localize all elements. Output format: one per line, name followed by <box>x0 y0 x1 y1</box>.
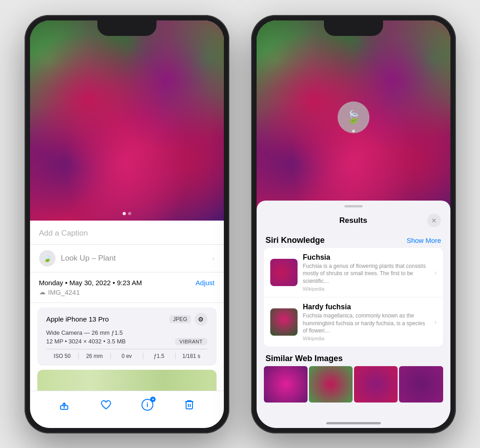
caption-placeholder: Add a Caption <box>39 229 215 238</box>
dot-2 <box>128 212 131 215</box>
exif-ev: 0 ev <box>111 353 143 359</box>
fuchsia-content: Fuchsia Fuchsia is a genus of flowering … <box>303 253 429 292</box>
home-indicator-2 <box>326 422 381 424</box>
cloud-icon: ☁ <box>39 288 45 296</box>
dot-1 <box>122 212 126 215</box>
fuchsia-source: Wikipedia <box>303 286 429 292</box>
similar-image-3[interactable] <box>354 366 398 403</box>
fuchsia-chevron-icon: › <box>435 269 437 276</box>
hardy-content: Hardy fuchsia Fuchsia magellanica, commo… <box>303 303 429 341</box>
exif-aperture: ƒ1.5 <box>143 353 176 359</box>
siri-button[interactable]: 🍃 <box>338 101 369 133</box>
fuchsia-thumbnail <box>270 259 298 286</box>
toolbar: i ✦ <box>30 391 224 428</box>
exif-shutter: 1/181 s <box>176 353 207 359</box>
lookup-icon: 🍃 <box>39 250 56 267</box>
delete-button[interactable] <box>182 398 197 412</box>
phone-1-screen: Add a Caption 🍃 Look Up – Plant › Monday… <box>30 20 224 428</box>
hardy-thumb-bg <box>270 308 298 336</box>
knowledge-card: Fuchsia Fuchsia is a genus of flowering … <box>264 248 443 347</box>
siri-knowledge-title: Siri Knowledge <box>266 236 325 245</box>
flower-image <box>30 20 224 221</box>
info-section: Monday • May 30, 2022 • 9:23 AM Adjust ☁… <box>30 272 224 303</box>
phone-1: Add a Caption 🍃 Look Up – Plant › Monday… <box>25 15 229 433</box>
close-button[interactable]: ✕ <box>427 214 441 227</box>
svg-text:i: i <box>147 401 148 408</box>
page-indicator <box>122 212 131 215</box>
siri-leaf-icon: 🍃 <box>345 110 361 125</box>
similar-image-1[interactable] <box>264 366 308 403</box>
siri-knowledge-header: Siri Knowledge Show More <box>257 232 450 248</box>
lookup-row[interactable]: 🍃 Look Up – Plant › <box>30 245 224 272</box>
svg-rect-3 <box>186 402 192 409</box>
vibrant-badge: VIBRANT <box>175 338 207 345</box>
knowledge-item-fuchsia[interactable]: Fuchsia Fuchsia is a genus of flowering … <box>264 248 443 297</box>
adjust-button[interactable]: Adjust <box>196 279 215 287</box>
similar-header: Similar Web Images <box>257 350 450 366</box>
favorite-button[interactable] <box>99 398 113 412</box>
siri-dot <box>352 130 355 132</box>
hardy-thumbnail <box>270 308 298 336</box>
exif-row: ISO 50 26 mm 0 ev ƒ1.5 1/181 s <box>46 349 207 359</box>
chevron-icon: › <box>212 255 215 262</box>
fuchsia-title: Fuchsia <box>303 253 429 262</box>
info-button[interactable]: i ✦ <box>140 398 155 412</box>
results-sheet: Results ✕ Siri Knowledge Show More <box>257 201 450 428</box>
hardy-source: Wikipedia <box>303 336 429 341</box>
photo-area <box>30 20 224 221</box>
date-text: Monday • May 30, 2022 • 9:23 AM <box>39 279 142 287</box>
similar-title: Similar Web Images <box>266 354 441 363</box>
mp-specs: 12 MP • 3024 × 4032 • 3.5 MB <box>46 338 126 345</box>
sheet-title: Results <box>339 216 367 225</box>
exif-iso: ISO 50 <box>46 353 79 359</box>
phone-2-screen: 🍃 Results ✕ Siri Knowledge Show More <box>257 20 450 428</box>
gear-icon[interactable]: ⚙ <box>195 313 207 326</box>
show-more-button[interactable]: Show More <box>407 237 441 244</box>
photo2-area: 🍃 <box>257 20 450 221</box>
lookup-label: Look Up – Plant <box>61 254 116 263</box>
notch-2 <box>324 20 383 36</box>
hardy-title: Hardy fuchsia <box>303 303 429 311</box>
sheet-header: Results ✕ <box>257 207 450 232</box>
camera-specs: Wide Camera — 26 mm ƒ1.5 <box>46 329 207 336</box>
phone-2: 🍃 Results ✕ Siri Knowledge Show More <box>251 15 456 433</box>
fuchsia-thumb-bg <box>270 259 298 286</box>
info-badge: ✦ <box>150 397 156 402</box>
notch <box>97 20 157 36</box>
device-name: Apple iPhone 13 Pro <box>46 315 109 323</box>
fuchsia-desc: Fuchsia is a genus of flowering plants t… <box>303 262 429 285</box>
filename: IMG_4241 <box>48 288 80 296</box>
similar-image-2[interactable] <box>309 366 353 403</box>
share-button[interactable] <box>57 398 71 412</box>
jpeg-badge: JPEG <box>169 315 191 323</box>
hardy-desc: Fuchsia magellanica, commonly known as t… <box>303 312 429 335</box>
similar-image-4[interactable] <box>399 366 443 403</box>
hardy-chevron-icon: › <box>435 318 437 326</box>
similar-images <box>257 366 450 403</box>
knowledge-item-hardy[interactable]: Hardy fuchsia Fuchsia magellanica, commo… <box>264 297 443 347</box>
exif-focal: 26 mm <box>79 353 111 359</box>
caption-area[interactable]: Add a Caption <box>30 221 224 245</box>
device-section: Apple iPhone 13 Pro JPEG ⚙ Wide Camera —… <box>37 307 217 365</box>
